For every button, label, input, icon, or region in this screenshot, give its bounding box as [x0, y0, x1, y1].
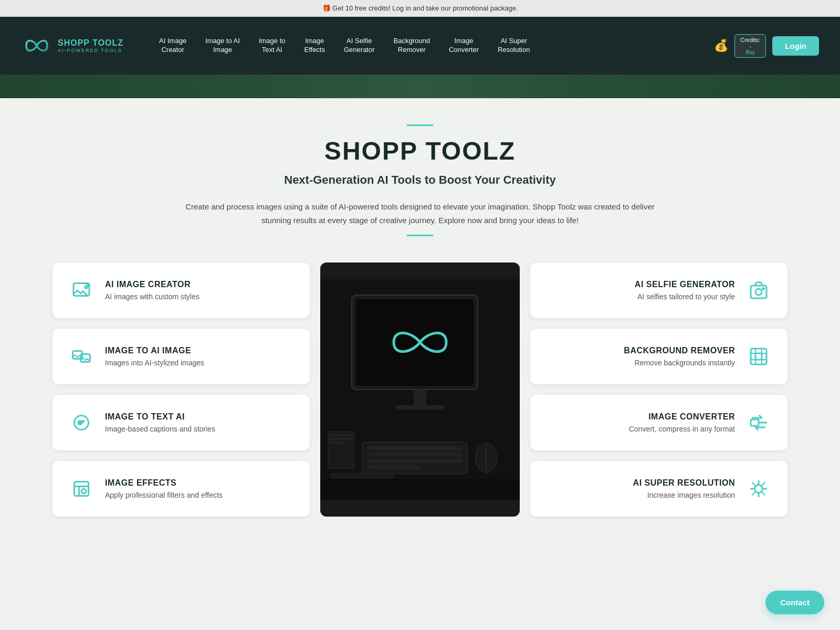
buy-label[interactable]: Buy — [740, 49, 760, 55]
logo-text: SHOPP TOOLZ AI-POWERED TOOLS — [58, 38, 123, 53]
svg-rect-9 — [356, 299, 474, 386]
svg-rect-24 — [331, 474, 394, 478]
svg-point-27 — [763, 288, 764, 290]
tool-text-ai-image-creator: AI IMAGE CREATOR AI images with custom s… — [105, 280, 294, 301]
svg-rect-29 — [755, 353, 762, 360]
tool-desc-image-to-text-ai: Image-based captions and stories — [105, 425, 294, 433]
tool-desc-ai-super-resolution: Increase images resolution — [546, 491, 735, 499]
nav-right: 💰 Credits: - Buy Login — [714, 34, 819, 58]
page-subtitle: Next-Generation AI Tools to Boost Your C… — [42, 173, 798, 187]
desk-scene-svg — [320, 279, 520, 500]
tool-icon-ai-image-creator — [68, 277, 94, 303]
tools-grid: AI IMAGE CREATOR AI images with custom s… — [52, 262, 788, 517]
svg-rect-21 — [330, 434, 353, 436]
tool-icon-image-to-ai-image — [68, 343, 94, 370]
tool-icon-image-to-text-ai — [68, 410, 94, 436]
hero-image — [320, 279, 520, 500]
svg-rect-20 — [328, 432, 354, 468]
tool-name-image-to-ai-image: IMAGE TO AI IMAGE — [105, 346, 294, 355]
navbar: SHOPP TOOLZ AI-POWERED TOOLS AI ImageCre… — [0, 17, 840, 75]
tool-text-ai-selfie-generator: AI SELFIE GENERATOR AI selfies tailored … — [546, 280, 735, 301]
tool-icon-ai-super-resolution — [746, 476, 772, 502]
tool-name-ai-selfie-generator: AI SELFIE GENERATOR — [546, 280, 735, 289]
logo-icon — [21, 30, 52, 61]
accent-line-bottom — [407, 235, 433, 236]
svg-rect-30 — [751, 419, 759, 426]
banner-text: 🎁 Get 10 free credits! Log in and take o… — [322, 4, 518, 12]
tool-name-background-remover: BACKGROUND REMOVER — [546, 346, 735, 355]
tool-name-ai-super-resolution: AI SUPER RESOLUTION — [546, 478, 735, 488]
brand-sub: AI-POWERED TOOLS — [58, 48, 123, 53]
top-banner: 🎁 Get 10 free credits! Log in and take o… — [0, 0, 840, 17]
tool-name-image-to-text-ai: IMAGE TO TEXT AI — [105, 412, 294, 422]
credits-label: Credits: — [740, 37, 760, 43]
credits-value: - — [740, 43, 760, 49]
tool-desc-ai-image-creator: AI images with custom styles — [105, 292, 294, 301]
tool-desc-background-remover: Remove backgrounds instantly — [546, 359, 735, 367]
svg-rect-15 — [368, 459, 462, 463]
nav-link-image-to-ai-image[interactable]: Image to AIImage — [196, 32, 249, 60]
nav-link-image-effects[interactable]: ImageEffects — [295, 32, 334, 60]
tool-text-image-effects: IMAGE EFFECTS Apply professional filters… — [105, 478, 294, 499]
tool-desc-ai-selfie-generator: AI selfies tailored to your style — [546, 292, 735, 301]
nav-link-image-converter[interactable]: ImageConverter — [439, 32, 488, 60]
right-tools: AI SELFIE GENERATOR AI selfies tailored … — [530, 262, 788, 517]
tool-desc-image-effects: Apply professional filters and effects — [105, 491, 294, 499]
svg-rect-23 — [330, 442, 345, 444]
login-button[interactable]: Login — [772, 36, 819, 56]
tool-text-background-remover: BACKGROUND REMOVER Remove backgrounds in… — [546, 346, 735, 367]
tool-card-image-to-ai-image[interactable]: IMAGE TO AI IMAGE Images into AI-stylize… — [52, 329, 310, 384]
nav-link-ai-image-creator[interactable]: AI ImageCreator — [150, 32, 196, 60]
tool-desc-image-converter: Convert, compress in any format — [546, 425, 735, 433]
svg-rect-28 — [751, 349, 766, 364]
page-title: SHOPP TOOLZ — [42, 136, 798, 165]
center-image — [320, 262, 520, 517]
logo[interactable]: SHOPP TOOLZ AI-POWERED TOOLS — [21, 30, 123, 61]
hero-strip — [0, 75, 840, 98]
nav-link-background-remover[interactable]: BackgroundRemover — [384, 32, 439, 60]
page-desc: Create and process images using a suite … — [184, 200, 656, 227]
svg-rect-13 — [368, 446, 462, 450]
credits-box[interactable]: Credits: - Buy — [734, 34, 766, 58]
tool-card-ai-selfie-generator[interactable]: AI SELFIE GENERATOR AI selfies tailored … — [530, 262, 788, 318]
tool-icon-image-effects — [68, 476, 94, 502]
tool-card-ai-image-creator[interactable]: AI IMAGE CREATOR AI images with custom s… — [52, 262, 310, 318]
svg-rect-10 — [414, 390, 426, 405]
tool-name-image-effects: IMAGE EFFECTS — [105, 478, 294, 488]
tool-icon-image-converter — [746, 410, 772, 436]
svg-rect-5 — [75, 482, 89, 496]
tool-name-image-converter: IMAGE CONVERTER — [546, 412, 735, 422]
tool-card-ai-super-resolution[interactable]: AI SUPER RESOLUTION Increase images reso… — [530, 461, 788, 517]
svg-rect-14 — [368, 453, 462, 457]
main-content: SHOPP TOOLZ Next-Generation AI Tools to … — [0, 98, 840, 543]
left-tools: AI IMAGE CREATOR AI images with custom s… — [52, 262, 310, 517]
credits-buy[interactable]: 💰 — [714, 39, 728, 52]
credits-icon: 💰 — [714, 39, 728, 52]
tool-card-image-converter[interactable]: IMAGE CONVERTER Convert, compress in any… — [530, 395, 788, 450]
tool-card-background-remover[interactable]: BACKGROUND REMOVER Remove backgrounds in… — [530, 329, 788, 384]
svg-rect-22 — [330, 438, 353, 440]
tool-card-image-effects[interactable]: IMAGE EFFECTS Apply professional filters… — [52, 461, 310, 517]
nav-link-image-to-text-ai[interactable]: Image toText AI — [249, 32, 295, 60]
nav-links: AI ImageCreatorImage to AIImageImage toT… — [150, 32, 714, 60]
tool-icon-background-remover — [746, 343, 772, 370]
tool-name-ai-image-creator: AI IMAGE CREATOR — [105, 280, 294, 289]
tool-icon-ai-selfie-generator — [746, 277, 772, 303]
brand-name: SHOPP TOOLZ — [58, 38, 123, 48]
nav-link-ai-selfie-generator[interactable]: AI SelfieGenerator — [334, 32, 384, 60]
section-header: SHOPP TOOLZ Next-Generation AI Tools to … — [42, 124, 798, 236]
svg-rect-19 — [320, 479, 520, 500]
svg-point-1 — [85, 286, 88, 289]
accent-line-top — [407, 124, 433, 126]
tool-desc-image-to-ai-image: Images into AI-stylized images — [105, 359, 294, 367]
tool-card-image-to-text-ai[interactable]: IMAGE TO TEXT AI Image-based captions an… — [52, 395, 310, 450]
tool-text-image-to-ai-image: IMAGE TO AI IMAGE Images into AI-stylize… — [105, 346, 294, 367]
svg-rect-11 — [396, 405, 444, 410]
svg-point-6 — [81, 489, 86, 494]
svg-rect-16 — [368, 465, 420, 469]
tool-text-ai-super-resolution: AI SUPER RESOLUTION Increase images reso… — [546, 478, 735, 499]
nav-link-ai-super-resolution[interactable]: AI SuperResolution — [488, 32, 539, 60]
tool-text-image-converter: IMAGE CONVERTER Convert, compress in any… — [546, 412, 735, 433]
tool-text-image-to-text-ai: IMAGE TO TEXT AI Image-based captions an… — [105, 412, 294, 433]
svg-point-26 — [755, 289, 762, 295]
